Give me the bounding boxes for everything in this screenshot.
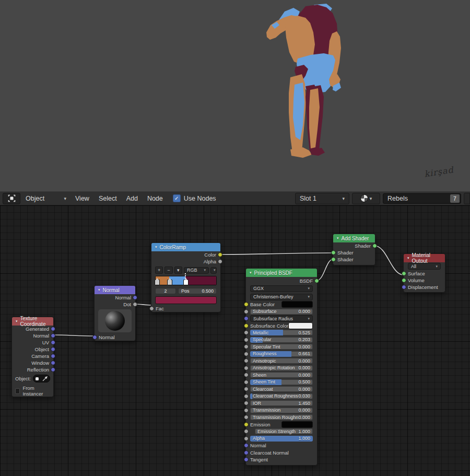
ramp-stop-handle-2[interactable] (183, 280, 189, 285)
material-name-field[interactable]: Rebels 7 (383, 193, 461, 204)
bsdf-row-specular-tint[interactable]: Specular Tint0.000 (246, 343, 317, 351)
editor-type-button[interactable] (3, 193, 20, 204)
bsdf-row-anisotropic[interactable]: Anisotropic0.000 (246, 357, 317, 365)
socket-in[interactable] (244, 429, 249, 434)
socket-in[interactable] (244, 366, 249, 370)
material-slot-dropdown[interactable]: Slot 1 ▾ (295, 193, 349, 204)
socket-in[interactable] (402, 271, 406, 276)
bsdf-row-clearcoat-roughness[interactable]: Clearcoat Roughness0.030 (246, 393, 317, 400)
bsdf-row-tangent[interactable]: Tangent (246, 456, 317, 463)
collapse-triangle-icon[interactable]: ▾ (98, 288, 100, 292)
menu-view[interactable]: View (70, 195, 94, 202)
color-swatch[interactable] (288, 322, 313, 329)
value-slider[interactable]: Clearcoat0.000 (250, 386, 313, 392)
menu-select[interactable]: Select (94, 195, 122, 202)
browse-material-button[interactable]: ▾ (352, 193, 380, 204)
bsdf-row-transmission-roughness[interactable]: Transmission Roughness0.000 (246, 414, 317, 421)
value-slider[interactable]: Specular Tint0.000 (250, 344, 313, 350)
socket-in[interactable] (244, 323, 249, 328)
socket-out[interactable] (51, 367, 55, 372)
socket-in[interactable] (244, 373, 249, 377)
menu-add[interactable]: Add (122, 195, 143, 202)
menu-node[interactable]: Node (143, 195, 168, 202)
add-stop-button[interactable]: + (155, 266, 163, 274)
socket-color-out[interactable] (218, 252, 222, 257)
socket-out[interactable] (51, 327, 55, 331)
active-stop-index[interactable]: 2 (155, 288, 176, 294)
socket-in[interactable] (244, 316, 249, 321)
bsdf-row-alpha[interactable]: Alpha1.000 (246, 435, 317, 443)
node-material-output[interactable]: ▾ Material Output All▾ SurfaceVolumeDisp… (403, 253, 445, 293)
eyedropper-icon[interactable] (42, 376, 48, 381)
socket-fac-in[interactable] (149, 306, 154, 311)
target-dropdown[interactable]: All▾ (408, 263, 441, 270)
value-slider[interactable]: Metallic0.525 (250, 330, 313, 335)
bsdf-row-subsurface-radius[interactable]: Subsurface Radius▾ (246, 315, 317, 322)
viewport-model[interactable] (256, 0, 360, 172)
normal-direction-widget[interactable] (98, 309, 132, 332)
socket-in[interactable] (244, 450, 249, 455)
active-stop-color-swatch[interactable] (155, 296, 217, 304)
use-nodes-checkbox[interactable]: ✓ (173, 194, 181, 202)
node-normal[interactable]: ▾ Normal Normal Dot Normal (94, 285, 136, 341)
node-header[interactable]: ▾ Principled BSDF (246, 269, 317, 277)
from-instancer-checkbox[interactable] (15, 388, 20, 394)
node-colorramp[interactable]: ▾ ColorRamp Color Alpha + − ▾ RGB▾ Const… (151, 242, 221, 312)
socket-in[interactable] (244, 344, 249, 349)
bsdf-row-anisotropic-rotation[interactable]: Anisotropic Rotation0.000 (246, 365, 317, 372)
socket-shader-in-1[interactable] (331, 250, 336, 255)
node-editor-canvas[interactable]: ▾ Texture Coordinate GeneratedNormalUVOb… (0, 205, 470, 476)
socket-out[interactable] (51, 354, 55, 358)
bsdf-row-clearcoat[interactable]: Clearcoat0.000 (246, 386, 317, 393)
socket-normal-out[interactable] (133, 295, 137, 300)
value-slider[interactable]: Alpha1.000 (250, 436, 313, 442)
row-dropdown[interactable]: Subsurface Radius▾ (250, 315, 313, 322)
ramp-tools-dropdown[interactable]: ▾ (174, 266, 182, 274)
collapse-triangle-icon[interactable]: ▾ (250, 271, 252, 275)
socket-in[interactable] (402, 278, 406, 283)
socket-in[interactable] (244, 338, 249, 342)
socket-in[interactable] (244, 436, 249, 441)
node-principled-bsdf[interactable]: ▾ Principled BSDF BSDF GGX▾ Christensen-… (245, 268, 318, 466)
bsdf-row-sheen-tint[interactable]: Sheen Tint0.500 (246, 379, 317, 386)
bsdf-row-base-color[interactable]: Base Color (246, 301, 317, 308)
bsdf-row-subsurface[interactable]: Subsurface0.000 (246, 308, 317, 316)
bsdf-row-emission[interactable]: Emission (246, 421, 317, 428)
value-slider[interactable]: IOR1.450 (250, 400, 313, 406)
interpolation-dropdown[interactable]: Constant▾ (210, 267, 217, 274)
collapse-triangle-icon[interactable]: ▾ (16, 319, 18, 323)
node-header[interactable]: ▾ Material Output (404, 254, 445, 262)
socket-dot-out[interactable] (133, 302, 137, 307)
socket-out[interactable] (51, 333, 55, 338)
value-slider[interactable]: Clearcoat Roughness0.030 (250, 393, 313, 399)
value-slider[interactable]: Transmission0.000 (250, 408, 313, 413)
collapse-triangle-icon[interactable]: ▾ (407, 256, 409, 260)
socket-in[interactable] (244, 422, 249, 427)
bsdf-row-sheen[interactable]: Sheen0.000 (246, 371, 317, 379)
socket-in[interactable] (244, 330, 249, 335)
socket-in[interactable] (244, 387, 249, 391)
bsdf-row-specular[interactable]: Specular0.203 (246, 336, 317, 344)
material-users-count[interactable]: 7 (450, 194, 460, 203)
socket-out[interactable] (51, 347, 55, 352)
value-slider[interactable]: Emission Strength1.000 (255, 428, 313, 434)
bsdf-row-emission-strength[interactable]: Emission Strength1.000 (246, 428, 317, 435)
socket-alpha-out[interactable] (218, 259, 222, 264)
delete-stop-button[interactable]: − (164, 266, 172, 274)
bsdf-row-clearcoat-normal[interactable]: Clearcoat Normal (246, 449, 317, 457)
socket-in[interactable] (244, 401, 249, 405)
socket-bsdf-out[interactable] (314, 278, 319, 283)
collapse-triangle-icon[interactable]: ▾ (337, 236, 339, 240)
color-swatch[interactable] (281, 301, 313, 308)
socket-in[interactable] (244, 394, 249, 399)
object-picker-field[interactable] (33, 375, 50, 382)
value-slider[interactable]: Sheen0.000 (250, 372, 313, 378)
socket-in[interactable] (244, 457, 249, 462)
shader-type-dropdown[interactable]: Object ▾ (21, 193, 70, 204)
socket-in[interactable] (244, 352, 249, 356)
color-ramp-bar[interactable] (155, 276, 217, 285)
socket-in[interactable] (244, 309, 249, 314)
node-header[interactable]: ▾ Add Shader (333, 234, 375, 242)
socket-shader-out[interactable] (372, 243, 377, 248)
socket-in[interactable] (244, 415, 249, 420)
